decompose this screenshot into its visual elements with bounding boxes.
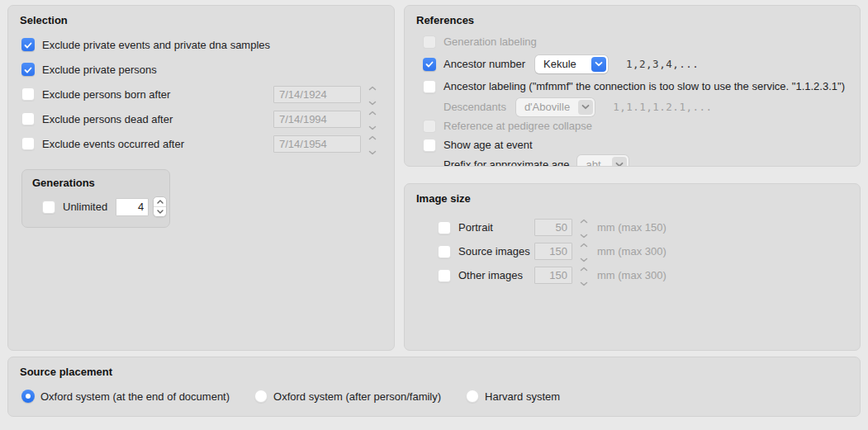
generation-labeling-checkbox	[423, 35, 436, 49]
checkbox-label: Exclude private persons	[42, 64, 157, 76]
dropdown-value: Kekule	[543, 58, 583, 70]
age-prefix-label: Prefix for approximate age	[443, 158, 569, 168]
checkbox-label: Exclude private events and private dna s…	[42, 39, 270, 51]
dropdown-value: d'Aboville	[524, 101, 570, 113]
source-placement-options: Oxford system (at the end of document) O…	[20, 390, 848, 403]
radio-selected-icon[interactable]	[21, 390, 35, 403]
exclude-private-persons-row: Exclude private persons	[20, 57, 382, 82]
source-placement-panel: Source placement Oxford system (at the e…	[7, 357, 861, 417]
generation-labeling-row: Generation labeling	[416, 31, 848, 53]
chevron-down-icon	[368, 145, 377, 158]
born-after-stepper[interactable]	[368, 81, 377, 108]
oxford-after-option[interactable]: Oxford system (after person/family)	[254, 390, 441, 403]
source-images-size-input[interactable]	[534, 243, 572, 260]
exclude-private-events-checkbox[interactable]	[21, 38, 35, 51]
harvard-option[interactable]: Harvard system	[466, 390, 560, 403]
chevron-up-icon	[368, 130, 377, 143]
image-size-title: Image size	[416, 192, 848, 206]
source-placement-title: Source placement	[20, 366, 848, 379]
radio-icon[interactable]	[254, 390, 268, 403]
checkbox-label: Ancestor labeling ("mfmmf" the connectio…	[443, 80, 845, 92]
numbering-example: 1,1.1,1.2.1,...	[613, 101, 712, 113]
exclude-dead-after-checkbox[interactable]	[21, 112, 35, 125]
radio-icon[interactable]	[466, 390, 479, 403]
checkbox-label: Ancestor number	[443, 58, 525, 70]
chevron-up-icon	[580, 238, 588, 250]
generations-row: Unlimited	[32, 196, 159, 217]
max-size-hint: mm (max 150)	[597, 221, 666, 234]
exclude-dead-after-row: Exclude persons dead after	[20, 106, 382, 131]
pedigree-collapse-checkbox	[423, 120, 436, 133]
radio-label: Harvard system	[485, 390, 560, 403]
dead-after-date-input[interactable]	[273, 111, 361, 128]
checkbox-label: Exclude persons born after	[42, 88, 273, 101]
source-images-checkbox[interactable]	[438, 245, 451, 258]
age-prefix-dropdown: abt	[577, 155, 628, 167]
generations-title: Generations	[32, 177, 159, 190]
dead-after-stepper[interactable]	[368, 106, 377, 133]
chevron-down-icon	[580, 276, 588, 289]
selection-title: Selection	[20, 14, 382, 27]
image-size-panel: Image size Portrait mm (max 150) Source …	[404, 183, 861, 351]
numbering-example: 1,2,3,4,...	[626, 58, 699, 70]
selection-panel: Selection Exclude private events and pri…	[7, 5, 395, 351]
other-images-checkbox[interactable]	[438, 269, 451, 282]
references-title: References	[416, 14, 848, 27]
max-size-hint: mm (max 300)	[597, 245, 666, 258]
other-images-row: Other images mm (max 300)	[416, 263, 848, 287]
checkmark-icon	[24, 64, 32, 76]
exclude-private-persons-checkbox[interactable]	[21, 63, 35, 76]
exclude-events-after-checkbox[interactable]	[21, 137, 35, 150]
events-after-stepper[interactable]	[368, 130, 377, 158]
other-images-stepper[interactable]	[579, 262, 589, 289]
dropdown-value: abt	[586, 158, 604, 168]
references-panel: References Generation labeling Ancestor …	[404, 5, 861, 167]
ancestor-labeling-checkbox[interactable]	[423, 80, 436, 93]
unlimited-checkbox[interactable]	[42, 201, 55, 214]
ancestor-number-row: Ancestor number Kekule 1,2,3,4,...	[416, 53, 848, 75]
generations-count-input[interactable]	[116, 198, 149, 216]
ancestor-labeling-row: Ancestor labeling ("mfmmf" the connectio…	[416, 75, 848, 97]
radio-label: Oxford system (after person/family)	[273, 390, 441, 403]
checkbox-label: Source images	[458, 245, 534, 258]
chevron-down-icon	[591, 57, 606, 72]
generations-group: Generations Unlimited	[21, 169, 170, 228]
ancestor-number-dropdown[interactable]: Kekule	[535, 55, 608, 73]
source-images-row: Source images mm (max 300)	[416, 239, 848, 263]
checkmark-icon	[425, 58, 434, 70]
chevron-up-icon	[368, 106, 377, 118]
events-after-date-input[interactable]	[273, 135, 361, 153]
other-images-size-input[interactable]	[534, 267, 572, 284]
max-size-hint: mm (max 300)	[597, 269, 666, 281]
portrait-size-input[interactable]	[534, 219, 572, 236]
checkbox-label: Reference at pedigree collapse	[443, 120, 592, 132]
chevron-up-icon	[580, 262, 588, 274]
checkbox-label: Portrait	[458, 221, 534, 234]
chevron-down-icon	[612, 157, 627, 167]
checkmark-icon	[24, 39, 32, 51]
show-age-checkbox[interactable]	[423, 139, 436, 152]
radio-label: Oxford system (at the end of document)	[40, 390, 230, 403]
chevron-up-icon	[154, 197, 166, 206]
pedigree-collapse-row: Reference at pedigree collapse	[416, 116, 848, 135]
portrait-checkbox[interactable]	[438, 221, 451, 234]
chevron-up-icon	[368, 81, 377, 93]
chevron-down-icon	[578, 100, 593, 115]
checkbox-label: Other images	[458, 269, 534, 281]
ancestor-number-checkbox[interactable]	[423, 58, 436, 71]
portrait-row: Portrait mm (max 150)	[416, 215, 848, 239]
chevron-up-icon	[580, 214, 588, 226]
exclude-events-after-row: Exclude events occurred after	[20, 131, 382, 156]
exclude-born-after-row: Exclude persons born after	[20, 82, 382, 106]
exclude-born-after-checkbox[interactable]	[21, 87, 35, 101]
descendants-row: Descendants d'Aboville 1,1.1,1.2.1,...	[416, 97, 848, 116]
checkbox-label: Exclude events occurred after	[42, 138, 273, 150]
descendants-label: Descendants	[443, 101, 506, 113]
chevron-down-icon	[154, 206, 166, 216]
generations-stepper[interactable]	[153, 196, 167, 217]
descendants-dropdown: d'Aboville	[516, 98, 595, 116]
unlimited-label: Unlimited	[63, 201, 107, 213]
born-after-date-input[interactable]	[273, 86, 361, 103]
oxford-end-option[interactable]: Oxford system (at the end of document)	[21, 390, 230, 403]
checkbox-label: Generation labeling	[443, 35, 537, 48]
